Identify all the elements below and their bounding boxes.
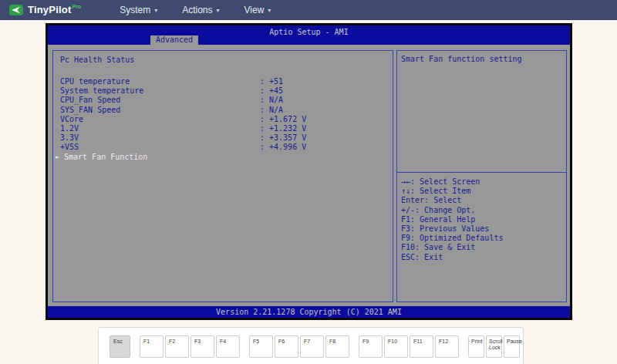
chevron-down-icon: ▾ xyxy=(217,7,220,14)
key-legend: →←: Select Screen ↑↓: Select Item Enter:… xyxy=(397,173,566,262)
tinypilot-logo-icon xyxy=(9,5,23,15)
key-f2[interactable]: F2 xyxy=(165,335,189,358)
key-f9[interactable]: F9 xyxy=(359,335,383,358)
key-f5[interactable]: F5 xyxy=(249,335,273,358)
bios-header: Aptio Setup - AMI Advanced xyxy=(48,25,570,45)
chevron-down-icon: ▾ xyxy=(268,7,271,14)
health-row: VCore : +1.672 V xyxy=(60,115,393,124)
fkey-group-3: F9 F10 F11 F12 xyxy=(359,335,459,358)
menu-actions[interactable]: Actions ▾ xyxy=(182,5,219,15)
menu-bar: System ▾ Actions ▾ View ▾ xyxy=(120,5,271,15)
key-legend-line: F1: General Help xyxy=(401,215,566,224)
key-f10[interactable]: F10 xyxy=(384,335,408,358)
key-scroll-lock[interactable]: Scroll Lock xyxy=(486,335,502,358)
key-f1[interactable]: F1 xyxy=(140,335,164,358)
menu-view-label: View xyxy=(244,5,265,15)
bios-main-panel: Pc Health Status CPU temperature : +51 S… xyxy=(52,50,393,302)
tab-advanced[interactable]: Advanced xyxy=(150,35,198,45)
top-navbar: TinyPilot Pro System ▾ Actions ▾ View ▾ xyxy=(0,0,617,20)
health-row: 3.3V : +3.357 V xyxy=(60,133,393,143)
section-title: Pc Health Status xyxy=(60,56,393,65)
health-row: CPU_Fan Speed : N/A xyxy=(60,96,393,105)
key-f11[interactable]: F11 xyxy=(410,335,433,358)
menu-actions-label: Actions xyxy=(182,5,212,15)
health-row: +V5S : +4.996 V xyxy=(60,143,393,152)
menu-item-smart-fan-function[interactable]: ► Smart Fan Function xyxy=(60,153,393,162)
key-f8[interactable]: F8 xyxy=(325,335,349,358)
menu-view[interactable]: View ▾ xyxy=(244,5,271,15)
health-row: SYS_FAN Speed : N/A xyxy=(60,106,393,115)
fkey-group-2: F5 F6 F7 F8 xyxy=(249,335,349,358)
virtual-keyboard: Esc F1 F2 F3 F4 F5 F6 F7 F8 F9 F10 F11 F… xyxy=(98,327,524,364)
chevron-down-icon: ▾ xyxy=(154,7,157,14)
key-f12[interactable]: F12 xyxy=(435,335,459,358)
key-legend-line: F10: Save & Exit xyxy=(401,243,566,252)
system-key-group: Print Scroll Lock Pause xyxy=(468,335,520,358)
health-row: 1.2V : +1.232 V xyxy=(60,124,393,133)
key-print[interactable]: Print xyxy=(468,335,484,358)
pro-badge: Pro xyxy=(72,4,81,9)
key-f6[interactable]: F6 xyxy=(275,335,298,358)
submenu-arrow-icon: ► xyxy=(56,153,59,160)
key-legend-line: F3: Previous Values xyxy=(401,224,566,234)
key-legend-line: ↑↓: Select Item xyxy=(401,187,566,196)
key-legend-line: Enter: Select xyxy=(401,196,566,205)
health-row: CPU temperature : +51 xyxy=(60,77,393,86)
key-pause[interactable]: Pause xyxy=(504,335,520,358)
fkey-group-1: F1 F2 F3 F4 xyxy=(140,335,240,358)
menu-system[interactable]: System ▾ xyxy=(120,5,157,15)
bios-body: Pc Health Status CPU temperature : +51 S… xyxy=(48,45,570,306)
key-legend-line: →←: Select Screen xyxy=(401,177,566,187)
key-f3[interactable]: F3 xyxy=(190,335,214,358)
key-esc[interactable]: Esc xyxy=(110,335,130,358)
brand: TinyPilot Pro xyxy=(9,4,81,15)
bios-title: Aptio Setup - AMI xyxy=(48,25,570,36)
remote-screen[interactable]: Aptio Setup - AMI Advanced Pc Health Sta… xyxy=(46,23,572,320)
key-legend-line: +/-: Change Opt. xyxy=(401,206,566,215)
menu-system-label: System xyxy=(120,5,150,15)
item-help-text: Smart Fan function setting xyxy=(397,51,566,173)
bios-help-panel: Smart Fan function setting →←: Select Sc… xyxy=(396,50,567,302)
key-f4[interactable]: F4 xyxy=(216,335,240,358)
health-row: System temperature : +45 xyxy=(60,86,393,96)
key-legend-line: ESC: Exit xyxy=(401,253,566,262)
bios-screen: Aptio Setup - AMI Advanced Pc Health Sta… xyxy=(48,25,570,318)
brand-name: TinyPilot xyxy=(28,4,71,15)
key-legend-line: F9: Optimized Defaults xyxy=(401,234,566,243)
selected-item-label: Smart Fan Function xyxy=(64,153,147,161)
bios-version-bar: Version 2.21.1278 Copyright (C) 2021 AMI xyxy=(48,306,570,318)
key-f7[interactable]: F7 xyxy=(300,335,324,358)
